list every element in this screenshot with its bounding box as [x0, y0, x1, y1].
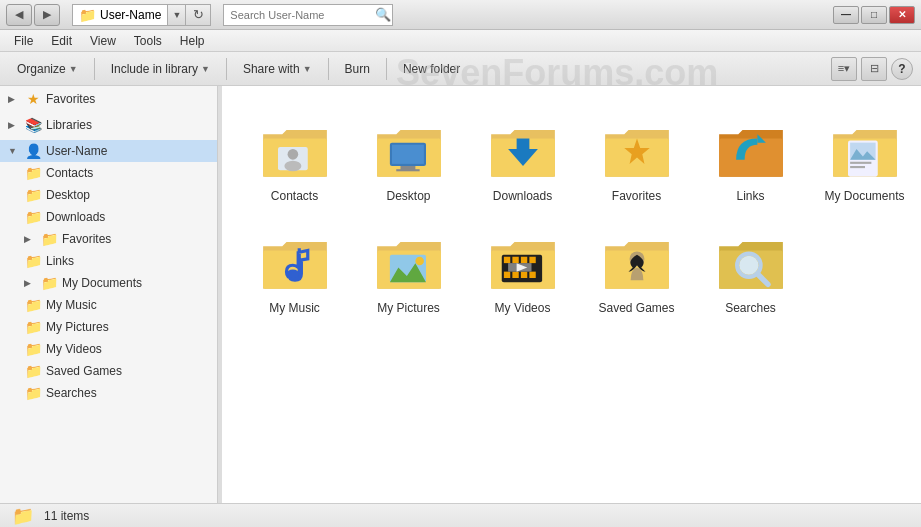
sidebar-item-searches-label: Searches [46, 386, 97, 400]
svg-rect-8 [392, 145, 424, 164]
refresh-button[interactable]: ↻ [185, 4, 211, 26]
toolbar: Organize ▼ Include in library ▼ Share wi… [0, 52, 921, 86]
forward-button[interactable]: ▶ [34, 4, 60, 26]
username-icon: 👤 [24, 143, 42, 159]
folder-icon-myvideos [487, 225, 559, 297]
menu-view[interactable]: View [82, 32, 124, 50]
library-arrow: ▼ [201, 64, 210, 74]
folder-item-downloads[interactable]: Downloads [470, 106, 575, 210]
folder-label-favorites: Favorites [612, 189, 661, 203]
sidebar-item-favorites-header[interactable]: ▶ ★ Favorites [0, 88, 217, 110]
folder-icon-contacts [259, 113, 331, 185]
help-button[interactable]: ? [891, 58, 913, 80]
toolbar-separator-2 [226, 58, 227, 80]
sidebar-item-my-videos[interactable]: 📁 My Videos [0, 338, 217, 360]
menu-file[interactable]: File [6, 32, 41, 50]
sidebar-item-username-label: User-Name [46, 144, 107, 158]
search-icon[interactable]: 🔍 [374, 5, 392, 25]
organize-label: Organize [17, 62, 66, 76]
share-button[interactable]: Share with ▼ [234, 58, 321, 80]
favorites-sub-arrow: ▶ [24, 234, 36, 244]
folder-label-myvideos: My Videos [495, 301, 551, 315]
favorites-star-icon: ★ [24, 91, 42, 107]
svg-rect-39 [503, 257, 509, 263]
minimize-button[interactable]: — [833, 6, 859, 24]
address-text: User-Name [100, 8, 161, 22]
folder-icon-searches [715, 225, 787, 297]
burn-button[interactable]: Burn [336, 58, 379, 80]
folder-item-searches[interactable]: Searches [698, 218, 803, 322]
folder-label-desktop: Desktop [386, 189, 430, 203]
folder-item-mydocuments[interactable]: My Documents [812, 106, 917, 210]
sidebar-item-contacts[interactable]: 📁 Contacts [0, 162, 217, 184]
new-folder-label: New folder [403, 62, 460, 76]
address-input[interactable]: 📁 User-Name [72, 4, 167, 26]
searches-folder-icon: 📁 [24, 385, 42, 401]
organize-button[interactable]: Organize ▼ [8, 58, 87, 80]
links-folder-icon: 📁 [24, 253, 42, 269]
folder-item-savedgames[interactable]: Saved Games [584, 218, 689, 322]
folder-label-mydocuments: My Documents [824, 189, 904, 203]
folder-item-mypictures[interactable]: My Pictures [356, 218, 461, 322]
status-count: 11 items [44, 509, 89, 523]
folder-item-favorites[interactable]: Favorites [584, 106, 689, 210]
search-input[interactable] [224, 7, 374, 23]
title-bar: ◀ ▶ 📁 User-Name ▼ ↻ 🔍 — □ ✕ [0, 0, 921, 30]
sidebar-username-section: ▼ 👤 User-Name 📁 Contacts 📁 Desktop 📁 Dow… [0, 138, 217, 406]
main-area: ▶ ★ Favorites ▶ 📚 Libraries ▼ 👤 User-Nam… [0, 86, 921, 503]
svg-rect-25 [850, 162, 871, 164]
downloads-folder-icon: 📁 [24, 209, 42, 225]
menu-bar: File Edit View Tools Help [0, 30, 921, 52]
folder-icon-downloads [487, 113, 559, 185]
title-bar-left: ◀ ▶ 📁 User-Name ▼ ↻ 🔍 [6, 4, 393, 26]
savedgames-folder-icon: 📁 [24, 363, 42, 379]
address-dropdown[interactable]: ▼ [167, 4, 185, 26]
maximize-button[interactable]: □ [861, 6, 887, 24]
folder-item-desktop[interactable]: Desktop [356, 106, 461, 210]
folder-item-mymusic[interactable]: My Music [242, 218, 347, 322]
sidebar-item-my-music[interactable]: 📁 My Music [0, 294, 217, 316]
svg-rect-42 [529, 257, 535, 263]
sidebar-item-username[interactable]: ▼ 👤 User-Name [0, 140, 217, 162]
folder-icon-mydocuments [829, 113, 901, 185]
toolbar-separator-4 [386, 58, 387, 80]
sidebar-favorites-section: ▶ ★ Favorites [0, 86, 217, 112]
folder-label-contacts: Contacts [271, 189, 318, 203]
sidebar-item-favorites[interactable]: ▶ 📁 Favorites [0, 228, 217, 250]
svg-point-35 [415, 257, 424, 266]
pane-button[interactable]: ⊟ [861, 57, 887, 81]
menu-help[interactable]: Help [172, 32, 213, 50]
desktop-folder-icon: 📁 [24, 187, 42, 203]
svg-rect-40 [512, 257, 518, 263]
sidebar-item-downloads[interactable]: 📁 Downloads [0, 206, 217, 228]
folder-item-links[interactable]: Links [698, 106, 803, 210]
organize-arrow: ▼ [69, 64, 78, 74]
folder-label-searches: Searches [725, 301, 776, 315]
folder-item-myvideos[interactable]: My Videos [470, 218, 575, 322]
favorites-expand-arrow: ▶ [8, 94, 20, 104]
sidebar-item-my-documents[interactable]: ▶ 📁 My Documents [0, 272, 217, 294]
view-button[interactable]: ≡▾ [831, 57, 857, 81]
sidebar: ▶ ★ Favorites ▶ 📚 Libraries ▼ 👤 User-Nam… [0, 86, 218, 503]
sidebar-item-my-pictures[interactable]: 📁 My Pictures [0, 316, 217, 338]
menu-edit[interactable]: Edit [43, 32, 80, 50]
toolbar-separator-1 [94, 58, 95, 80]
folder-item-contacts[interactable]: Contacts [242, 106, 347, 210]
sidebar-item-searches[interactable]: 📁 Searches [0, 382, 217, 404]
contacts-folder-icon: 📁 [24, 165, 42, 181]
folder-icon-favorites [601, 113, 673, 185]
folder-icon-mypictures [373, 225, 445, 297]
sidebar-item-links[interactable]: 📁 Links [0, 250, 217, 272]
library-button[interactable]: Include in library ▼ [102, 58, 219, 80]
sidebar-item-saved-games[interactable]: 📁 Saved Games [0, 360, 217, 382]
sidebar-item-libraries-header[interactable]: ▶ 📚 Libraries [0, 114, 217, 136]
mydocs-folder-icon: 📁 [40, 275, 58, 291]
back-button[interactable]: ◀ [6, 4, 32, 26]
sidebar-item-downloads-label: Downloads [46, 210, 105, 224]
new-folder-button[interactable]: New folder [394, 58, 469, 80]
sidebar-item-desktop[interactable]: 📁 Desktop [0, 184, 217, 206]
window-controls: — □ ✕ [833, 6, 915, 24]
sidebar-item-links-label: Links [46, 254, 74, 268]
menu-tools[interactable]: Tools [126, 32, 170, 50]
close-button[interactable]: ✕ [889, 6, 915, 24]
